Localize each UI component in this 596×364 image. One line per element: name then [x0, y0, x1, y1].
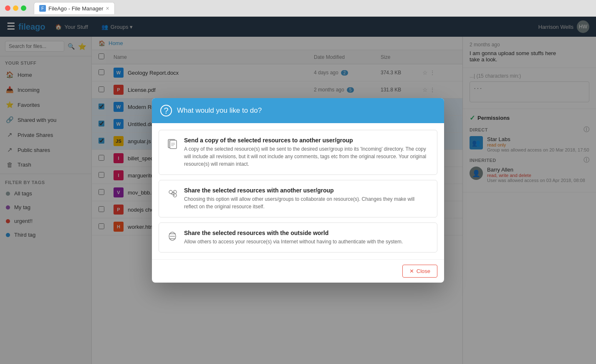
share-users-desc: Choosing this option will allow other us…	[184, 195, 429, 210]
browser-tab[interactable]: F FileAgo - File Manager ×	[34, 2, 115, 14]
modal-title: What would you like to do?	[177, 106, 262, 115]
share-world-icon	[167, 230, 178, 245]
share-modal: ? What would you like to do? Send a copy…	[152, 98, 444, 283]
send-copy-option[interactable]: Send a copy of the selected resources to…	[159, 130, 437, 175]
share-users-option[interactable]: Share the selected resources with anothe…	[159, 180, 437, 217]
share-users-content: Share the selected resources with anothe…	[184, 187, 429, 210]
send-copy-title: Send a copy of the selected resources to…	[184, 137, 429, 144]
share-world-option[interactable]: Share the selected resources with the ou…	[159, 222, 437, 253]
maximize-window-button[interactable]	[21, 5, 26, 11]
share-users-icon	[167, 188, 178, 202]
modal-question-icon: ?	[160, 105, 172, 116]
close-x-icon: ✕	[409, 268, 414, 274]
close-window-button[interactable]	[5, 5, 10, 11]
titlebar: F FileAgo - File Manager ×	[0, 0, 596, 17]
send-copy-content: Send a copy of the selected resources to…	[184, 137, 429, 168]
share-world-desc: Allow others to access your resource(s) …	[184, 238, 429, 245]
share-world-content: Share the selected resources with the ou…	[184, 230, 429, 245]
modal-overlay: ? What would you like to do? Send a copy…	[0, 17, 596, 364]
tab-label: FileAgo - File Manager	[48, 5, 104, 12]
send-copy-icon	[167, 138, 178, 152]
share-users-title: Share the selected resources with anothe…	[184, 187, 429, 194]
minimize-window-button[interactable]	[13, 5, 18, 11]
tab-close-button[interactable]: ×	[106, 5, 109, 12]
send-copy-desc: A copy of the selected resource(s) will …	[184, 145, 429, 168]
share-world-title: Share the selected resources with the ou…	[184, 230, 429, 236]
modal-footer: ✕ Close	[152, 259, 444, 283]
modal-body: Send a copy of the selected resources to…	[152, 123, 444, 259]
close-button[interactable]: ✕ Close	[402, 265, 437, 278]
tab-icon: F	[39, 5, 46, 12]
close-label: Close	[417, 268, 430, 274]
traffic-lights	[5, 5, 26, 11]
modal-header: ? What would you like to do?	[152, 98, 444, 123]
